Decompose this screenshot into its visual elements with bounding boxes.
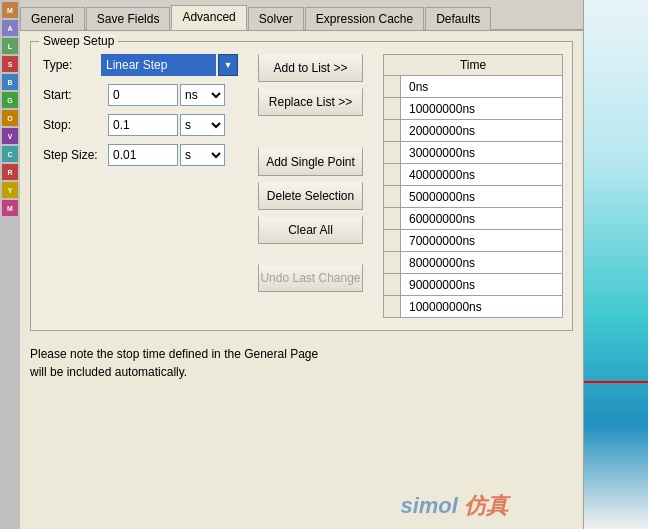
sidebar-item-12: M xyxy=(2,200,18,216)
sweep-setup-legend: Sweep Setup xyxy=(39,34,118,48)
table-cell-time: 60000000ns xyxy=(401,208,563,230)
type-dropdown-btn[interactable]: ▼ xyxy=(218,54,238,76)
replace-list-button[interactable]: Replace List >> xyxy=(258,88,363,116)
main-content: General Save Fields Advanced Solver Expr… xyxy=(20,0,583,529)
table-row[interactable]: 80000000ns xyxy=(384,252,563,274)
right-panel xyxy=(583,0,648,529)
table-row[interactable]: 60000000ns xyxy=(384,208,563,230)
sidebar-item-9: C xyxy=(2,146,18,162)
stop-unit-select[interactable]: ns us ms s xyxy=(180,114,225,136)
buttons-area: Add to List >> Replace List >> Add Singl… xyxy=(258,54,363,318)
step-label: Step Size: xyxy=(43,148,108,162)
time-table: Time 0ns10000000ns20000000ns30000000ns40… xyxy=(383,54,563,318)
start-unit-select[interactable]: ns us ms s xyxy=(180,84,225,106)
table-cell-time: 50000000ns xyxy=(401,186,563,208)
table-row-indicator xyxy=(384,98,401,120)
sidebar-item-7: O xyxy=(2,110,18,126)
note-line2: will be included automatically. xyxy=(30,363,573,381)
table-row-indicator xyxy=(384,230,401,252)
table-cell-time: 20000000ns xyxy=(401,120,563,142)
table-row[interactable]: 30000000ns xyxy=(384,142,563,164)
table-row[interactable]: 100000000ns xyxy=(384,296,563,318)
add-to-list-button[interactable]: Add to List >> xyxy=(258,54,363,82)
table-cell-time: 0ns xyxy=(401,76,563,98)
sidebar-item-5: B xyxy=(2,74,18,90)
start-label: Start: xyxy=(43,88,108,102)
table-row-indicator xyxy=(384,120,401,142)
type-row: Type: ▼ xyxy=(43,54,238,76)
step-unit-select[interactable]: ns us ms s xyxy=(180,144,225,166)
table-row[interactable]: 40000000ns xyxy=(384,164,563,186)
time-table-area: Time 0ns10000000ns20000000ns30000000ns40… xyxy=(383,54,563,318)
stop-input-group: ns us ms s xyxy=(108,114,225,136)
sweep-setup-group: Sweep Setup Type: ▼ Start: xyxy=(30,41,573,331)
type-input[interactable] xyxy=(101,54,216,76)
table-row[interactable]: 70000000ns xyxy=(384,230,563,252)
table-row-indicator xyxy=(384,252,401,274)
table-row[interactable]: 10000000ns xyxy=(384,98,563,120)
table-row[interactable]: 50000000ns xyxy=(384,186,563,208)
table-row-indicator xyxy=(384,208,401,230)
tab-general[interactable]: General xyxy=(20,7,85,30)
tab-save-fields[interactable]: Save Fields xyxy=(86,7,171,30)
form-area: Type: ▼ Start: ns us xyxy=(43,54,238,318)
note-line1: Please note the stop time defined in the… xyxy=(30,345,573,363)
stop-label: Stop: xyxy=(43,118,108,132)
sidebar-item-3: L xyxy=(2,38,18,54)
sidebar-item-11: Y xyxy=(2,182,18,198)
sweep-content: Type: ▼ Start: ns us xyxy=(43,54,560,318)
sidebar-item-8: V xyxy=(2,128,18,144)
table-row-indicator xyxy=(384,186,401,208)
table-row[interactable]: 90000000ns xyxy=(384,274,563,296)
start-input-group: ns us ms s xyxy=(108,84,225,106)
step-input[interactable] xyxy=(108,144,178,166)
delete-selection-button[interactable]: Delete Selection xyxy=(258,182,363,210)
clear-all-button[interactable]: Clear All xyxy=(258,216,363,244)
tab-expression-cache[interactable]: Expression Cache xyxy=(305,7,424,30)
table-cell-time: 70000000ns xyxy=(401,230,563,252)
table-cell-time: 30000000ns xyxy=(401,142,563,164)
stop-row: Stop: ns us ms s xyxy=(43,114,238,136)
start-input[interactable] xyxy=(108,84,178,106)
undo-last-change-button[interactable]: Undo Last Change xyxy=(258,264,363,292)
type-input-group: ▼ xyxy=(101,54,238,76)
table-row-indicator xyxy=(384,142,401,164)
table-cell-time: 100000000ns xyxy=(401,296,563,318)
table-cell-time: 80000000ns xyxy=(401,252,563,274)
type-label: Type: xyxy=(43,58,101,72)
table-cell-time: 40000000ns xyxy=(401,164,563,186)
simol-watermark: simol 仿真 xyxy=(400,491,508,521)
sidebar-item-4: S xyxy=(2,56,18,72)
table-row[interactable]: 0ns xyxy=(384,76,563,98)
red-line-indicator xyxy=(584,381,648,383)
start-row: Start: ns us ms s xyxy=(43,84,238,106)
content-panel: Sweep Setup Type: ▼ Start: xyxy=(20,31,583,529)
time-header: Time xyxy=(384,55,563,76)
table-row-indicator xyxy=(384,274,401,296)
table-cell-time: 10000000ns xyxy=(401,98,563,120)
sidebar-item-6: G xyxy=(2,92,18,108)
step-row: Step Size: ns us ms s xyxy=(43,144,238,166)
table-row-indicator xyxy=(384,76,401,98)
stop-input[interactable] xyxy=(108,114,178,136)
tab-advanced[interactable]: Advanced xyxy=(171,5,246,30)
table-row[interactable]: 20000000ns xyxy=(384,120,563,142)
simol-cjk-text: 仿真 xyxy=(464,493,508,518)
table-row-indicator xyxy=(384,296,401,318)
tab-defaults[interactable]: Defaults xyxy=(425,7,491,30)
sidebar-item-10: R xyxy=(2,164,18,180)
sidebar-item-1: M xyxy=(2,2,18,18)
sidebar-item-2: A xyxy=(2,20,18,36)
add-single-point-button[interactable]: Add Single Point xyxy=(258,148,363,176)
simol-text: simol xyxy=(400,493,457,518)
table-cell-time: 90000000ns xyxy=(401,274,563,296)
left-sidebar: M A L S B G O V C R Y M xyxy=(0,0,20,529)
note-text: Please note the stop time defined in the… xyxy=(30,341,573,385)
tab-bar: General Save Fields Advanced Solver Expr… xyxy=(20,0,583,31)
tab-solver[interactable]: Solver xyxy=(248,7,304,30)
step-input-group: ns us ms s xyxy=(108,144,225,166)
table-row-indicator xyxy=(384,164,401,186)
simulation-graphic xyxy=(584,0,648,529)
